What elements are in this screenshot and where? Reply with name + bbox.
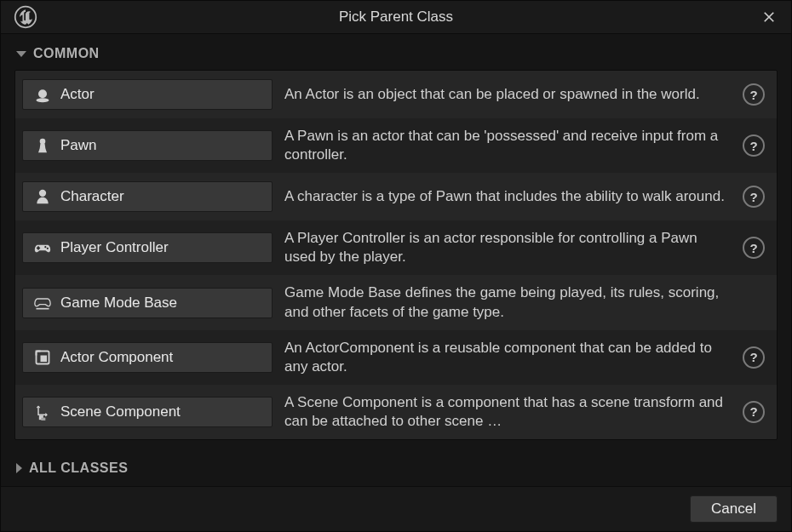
actor-component-icon <box>33 348 52 367</box>
class-button-player-controller[interactable]: Player Controller <box>22 232 273 263</box>
help-button[interactable]: ? <box>743 134 765 157</box>
class-row-game-mode-base: Game Mode Base Game Mode Base defines th… <box>15 275 777 329</box>
svg-point-7 <box>44 246 46 248</box>
game-mode-icon <box>33 294 52 312</box>
cancel-button[interactable]: Cancel <box>690 495 778 523</box>
pick-parent-class-dialog: Pick Parent Class COMMON Actor <box>0 0 792 532</box>
class-button-actor[interactable]: Actor <box>22 79 273 110</box>
class-button-label: Actor <box>60 86 95 103</box>
chevron-right-icon <box>16 463 22 473</box>
class-button-pawn[interactable]: Pawn <box>22 130 273 161</box>
chevron-down-icon <box>16 51 26 57</box>
section-header-common[interactable]: COMMON <box>1 34 791 70</box>
svg-point-4 <box>39 190 46 197</box>
section-label-all-classes: ALL CLASSES <box>29 460 128 476</box>
class-description: A Player Controller is an actor responsi… <box>281 229 734 266</box>
svg-rect-11 <box>41 355 48 362</box>
class-description: An ActorComponent is a reusable componen… <box>281 339 734 376</box>
character-icon <box>33 187 52 206</box>
class-row-actor: Actor An Actor is an object that can be … <box>15 71 777 118</box>
player-controller-icon <box>33 238 52 257</box>
svg-point-2 <box>37 98 49 102</box>
help-placeholder <box>743 292 765 314</box>
common-classes-panel: Actor An Actor is an object that can be … <box>1 70 791 449</box>
class-button-label: Character <box>60 188 124 205</box>
class-row-player-controller: Player Controller A Player Controller is… <box>15 220 777 275</box>
pawn-icon <box>33 136 52 155</box>
section-label-common: COMMON <box>33 46 100 61</box>
class-description: A character is a type of Pawn that inclu… <box>281 187 734 206</box>
class-row-actor-component: Actor Component An ActorComponent is a r… <box>15 330 777 385</box>
class-description: A Scene Component is a component that ha… <box>281 393 734 431</box>
class-list: Actor An Actor is an object that can be … <box>14 70 778 440</box>
svg-rect-13 <box>41 418 45 420</box>
help-button[interactable]: ? <box>743 346 765 369</box>
class-button-label: Player Controller <box>60 239 169 256</box>
class-row-pawn: Pawn A Pawn is an actor that can be 'pos… <box>15 118 777 173</box>
footer-bar: Cancel <box>1 486 791 531</box>
scene-component-icon <box>33 403 52 421</box>
class-button-actor-component[interactable]: Actor Component <box>22 342 273 373</box>
svg-rect-6 <box>37 248 40 249</box>
class-button-character[interactable]: Character <box>22 181 273 212</box>
class-row-scene-component: Scene Component A Scene Component is a c… <box>15 385 777 439</box>
class-button-game-mode-base[interactable]: Game Mode Base <box>22 288 273 318</box>
svg-point-1 <box>38 89 47 98</box>
titlebar: Pick Parent Class <box>1 1 791 34</box>
window-title: Pick Parent Class <box>339 9 453 26</box>
help-button[interactable]: ? <box>743 237 765 259</box>
class-description: A Pawn is an actor that can be 'possesse… <box>281 127 734 164</box>
svg-point-3 <box>40 139 46 145</box>
class-button-label: Actor Component <box>60 349 173 366</box>
class-button-label: Scene Component <box>60 403 181 420</box>
ue-logo-icon <box>13 4 38 30</box>
class-button-scene-component[interactable]: Scene Component <box>22 397 273 427</box>
svg-point-8 <box>47 248 49 249</box>
actor-icon <box>33 85 52 104</box>
section-header-all-classes[interactable]: ALL CLASSES <box>1 449 791 486</box>
class-row-character: Character A character is a type of Pawn … <box>15 173 777 220</box>
class-description: An Actor is an object that can be placed… <box>281 85 734 104</box>
help-button[interactable]: ? <box>743 186 765 208</box>
help-button[interactable]: ? <box>743 401 765 423</box>
close-button[interactable] <box>759 7 779 27</box>
class-button-label: Pawn <box>60 137 97 154</box>
class-description: Game Mode Base defines the game being pl… <box>281 283 734 321</box>
help-button[interactable]: ? <box>743 83 765 106</box>
class-button-label: Game Mode Base <box>60 295 177 312</box>
